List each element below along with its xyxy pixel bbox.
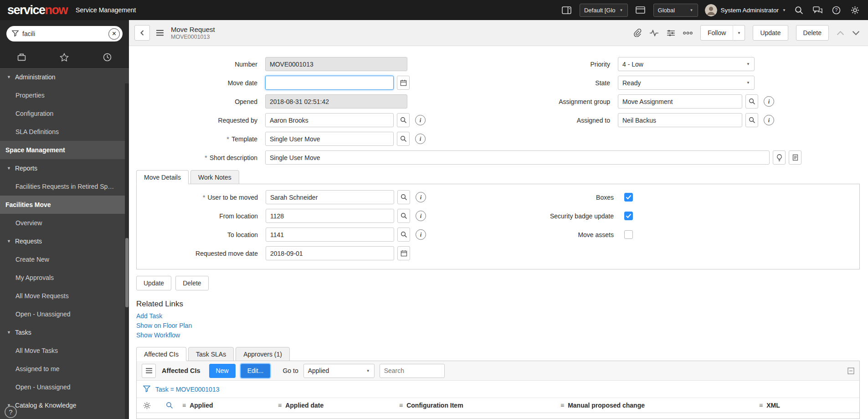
list-search-icon[interactable] xyxy=(157,402,182,409)
tab-work-notes[interactable]: Work Notes xyxy=(190,170,239,184)
nav-item-assigned-to-me[interactable]: Assigned to me xyxy=(0,360,129,378)
from-location-input[interactable] xyxy=(266,209,394,223)
nav-section-administration[interactable]: ▼Administration xyxy=(0,68,129,86)
nav-item-facilities-requests-retired[interactable]: Facilities Requests in Retired Sp… xyxy=(0,177,129,196)
reference-info-icon[interactable]: i xyxy=(416,229,426,240)
nav-item-sla-definitions[interactable]: SLA Definitions xyxy=(0,123,129,141)
form-context-menu-icon[interactable] xyxy=(156,30,164,36)
reference-info-icon[interactable]: i xyxy=(416,211,426,221)
reference-info-icon[interactable]: i xyxy=(764,115,774,125)
reference-lookup-icon[interactable] xyxy=(397,209,410,223)
template-input[interactable] xyxy=(265,132,394,146)
calendar-icon[interactable] xyxy=(397,246,410,260)
reference-lookup-icon[interactable] xyxy=(397,228,410,242)
filter-breadcrumb-icon[interactable] xyxy=(143,385,150,393)
split-screen-icon[interactable] xyxy=(635,4,647,16)
back-button[interactable] xyxy=(134,25,150,41)
nav-item-properties[interactable]: Properties xyxy=(0,86,129,104)
move-date-input[interactable] xyxy=(265,76,394,90)
personalize-form-icon[interactable] xyxy=(667,30,675,36)
sidebar-scrollbar[interactable] xyxy=(125,83,129,419)
all-applications-icon[interactable] xyxy=(8,47,35,67)
short-description-input[interactable] xyxy=(265,150,770,165)
assignment-group-input[interactable] xyxy=(618,94,742,109)
header-delete-button[interactable]: Delete xyxy=(796,25,829,41)
activity-stream-icon[interactable] xyxy=(649,30,659,36)
reference-lookup-icon[interactable] xyxy=(745,113,758,127)
next-record-icon[interactable] xyxy=(852,31,860,36)
tab-approvers[interactable]: Approvers (1) xyxy=(236,347,290,361)
user-menu[interactable]: System Administrator ▼ xyxy=(705,4,786,16)
follow-caret-icon[interactable]: ▼ xyxy=(733,25,745,41)
reference-info-icon[interactable]: i xyxy=(415,134,426,144)
state-select[interactable]: Ready ▼ xyxy=(618,76,755,90)
column-menu-icon[interactable]: ≡ xyxy=(182,402,186,409)
requested-by-input[interactable] xyxy=(265,113,394,127)
requested-move-date-input[interactable] xyxy=(266,246,394,260)
nav-section-tasks[interactable]: ▼Tasks xyxy=(0,323,129,341)
connect-chat-icon[interactable] xyxy=(812,4,823,16)
nav-item-open-unassigned-requests[interactable]: Open - Unassigned xyxy=(0,305,129,323)
show-on-floor-plan-link[interactable]: Show on Floor Plan xyxy=(136,322,860,329)
list-search-input[interactable] xyxy=(380,364,445,378)
column-menu-icon[interactable]: ≡ xyxy=(278,402,282,409)
nav-item-configuration[interactable]: Configuration xyxy=(0,104,129,123)
column-header-xml[interactable]: ≡XML xyxy=(759,402,859,409)
header-update-button[interactable]: Update xyxy=(753,25,788,41)
column-header-applied[interactable]: ≡Applied xyxy=(182,402,278,409)
boxes-checkbox[interactable] xyxy=(624,193,633,202)
sidebar-help-icon[interactable]: ? xyxy=(5,406,17,418)
opened-input[interactable] xyxy=(265,94,407,109)
connect-sidebar-icon[interactable] xyxy=(561,4,573,16)
reference-lookup-icon[interactable] xyxy=(397,132,410,146)
list-personalize-gear-icon[interactable] xyxy=(137,402,157,409)
new-button[interactable]: New xyxy=(209,364,236,378)
sidebar-scrollbar-thumb[interactable] xyxy=(125,238,128,307)
form-update-button[interactable]: Update xyxy=(136,276,171,290)
list-context-menu-icon[interactable] xyxy=(142,364,156,378)
nav-item-open-unassigned-tasks[interactable]: Open - Unassigned xyxy=(0,378,129,396)
move-assets-checkbox[interactable] xyxy=(624,230,633,239)
reference-lookup-icon[interactable] xyxy=(745,94,758,109)
number-input[interactable] xyxy=(265,57,407,71)
tab-move-details[interactable]: Move Details xyxy=(136,170,189,184)
show-workflow-link[interactable]: Show Workflow xyxy=(136,331,860,339)
column-header-configuration-item[interactable]: ≡Configuration Item xyxy=(399,402,560,409)
reference-info-icon[interactable]: i xyxy=(764,96,774,107)
nav-item-create-new[interactable]: Create New xyxy=(0,250,129,269)
nav-section-reports[interactable]: ▼Reports xyxy=(0,159,129,177)
attachment-paperclip-icon[interactable] xyxy=(633,29,642,37)
assigned-to-input[interactable] xyxy=(618,113,742,127)
nav-app-space-management[interactable]: Space Management xyxy=(0,141,129,159)
history-clock-icon[interactable] xyxy=(94,47,121,67)
nav-app-facilities-move[interactable]: Facilities Move xyxy=(0,196,129,214)
to-location-input[interactable] xyxy=(266,228,394,242)
nav-item-overview[interactable]: Overview xyxy=(0,214,129,232)
column-menu-icon[interactable]: ≡ xyxy=(399,402,403,409)
form-delete-button[interactable]: Delete xyxy=(175,276,208,290)
tab-affected-cis[interactable]: Affected CIs xyxy=(136,347,186,361)
nav-item-all-move-tasks[interactable]: All Move Tasks xyxy=(0,341,129,360)
suggestion-lightbulb-icon[interactable] xyxy=(773,150,786,165)
reference-info-icon[interactable]: i xyxy=(416,192,426,202)
follow-button[interactable]: Follow xyxy=(700,25,733,41)
global-search-icon[interactable] xyxy=(793,4,805,16)
more-options-icon[interactable] xyxy=(683,31,693,35)
goto-select[interactable]: Applied ▼ xyxy=(303,364,375,378)
reference-info-icon[interactable]: i xyxy=(415,115,426,125)
previous-record-icon[interactable] xyxy=(837,31,844,36)
security-badge-update-checkbox[interactable] xyxy=(624,212,633,220)
calendar-icon[interactable] xyxy=(397,76,410,90)
application-scope-picker[interactable]: Global ▼ xyxy=(653,4,698,17)
column-header-applied-date[interactable]: ≡Applied date xyxy=(278,402,399,409)
column-menu-icon[interactable]: ≡ xyxy=(560,402,564,409)
tab-task-slas[interactable]: Task SLAs xyxy=(188,347,234,361)
knowledge-document-icon[interactable] xyxy=(789,150,801,165)
priority-select[interactable]: 4 - Low ▼ xyxy=(618,57,755,71)
servicenow-logo[interactable]: servicenow xyxy=(7,4,67,16)
settings-gear-icon[interactable] xyxy=(849,4,861,16)
reference-lookup-icon[interactable] xyxy=(397,190,410,204)
column-header-manual-proposed-change[interactable]: ≡Manual proposed change xyxy=(560,402,759,409)
edit-button[interactable]: Edit... xyxy=(241,364,271,378)
nav-item-my-approvals[interactable]: My Approvals xyxy=(0,269,129,287)
